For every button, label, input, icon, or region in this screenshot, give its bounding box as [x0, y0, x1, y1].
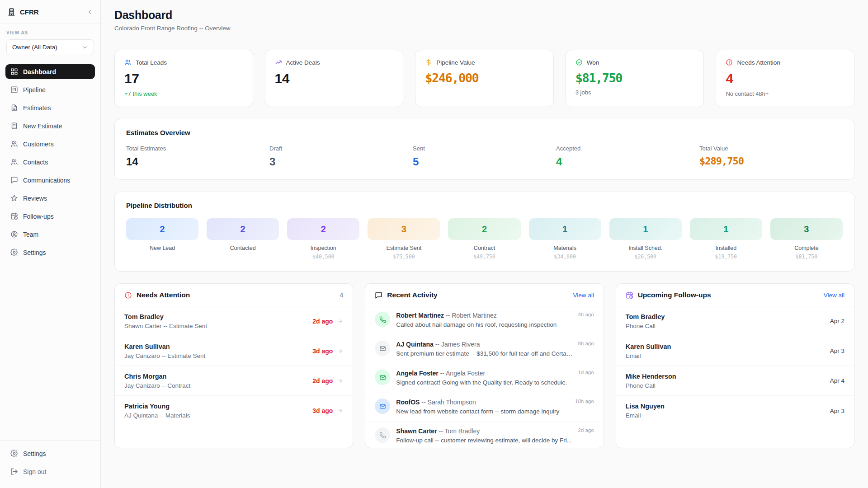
sidebar-item-label: Settings — [23, 249, 46, 256]
sidebar-item-pipeline[interactable]: Pipeline — [5, 82, 95, 97]
stats-row: Total Leads 17 +7 this week Active Deals… — [114, 50, 854, 107]
attention-row[interactable]: Tom Bradley Shawn Carter -- Estimate Sen… — [115, 306, 353, 336]
follow-up-row[interactable]: Tom Bradley Phone Call Apr 2 — [616, 306, 854, 336]
activity-row[interactable]: Robert Martinez -- Robert Martinez Calle… — [365, 306, 603, 335]
sidebar-item-contacts[interactable]: Contacts — [5, 155, 95, 169]
stage-name: Contract — [448, 245, 520, 251]
sidebar-item-reviews[interactable]: Reviews — [5, 191, 95, 206]
stage-value: $81,750 — [770, 253, 843, 260]
stat-sub: 3 jobs — [576, 89, 694, 96]
sidebar-item-label: Estimates — [23, 104, 51, 112]
arrow-right-icon — [337, 318, 343, 324]
stage-install-sched: 1 Install Sched. $26,500 — [609, 218, 682, 260]
metric-label: Draft — [269, 145, 413, 152]
attention-detail: Jay Canizaro -- Estimate Sent — [124, 352, 205, 359]
stage-name: Complete — [770, 245, 843, 251]
sign-out-icon — [10, 468, 18, 475]
follow-up-row[interactable]: Lisa Nguyen Email Apr 3 — [616, 396, 854, 426]
sidebar-header: CFRR — [0, 0, 100, 23]
follow-up-row[interactable]: Mike Henderson Phone Call Apr 4 — [616, 366, 854, 396]
phone-icon — [375, 427, 390, 443]
pipeline-distribution-panel: Pipeline Distribution 2 New Lead 2 Conta… — [114, 192, 854, 272]
attention-name: Karen Sullivan — [124, 343, 205, 350]
stat-label: Pipeline Value — [436, 59, 475, 66]
metric-value: 5 — [413, 155, 556, 168]
activity-name: AJ Quintana — [396, 341, 433, 348]
attention-time: 2d ago — [312, 377, 333, 385]
sidebar-footer-settings[interactable]: Settings — [5, 446, 95, 461]
stage-value: $40,500 — [287, 253, 359, 260]
sidebar-item-dashboard[interactable]: Dashboard — [5, 64, 95, 79]
stat-label: Won — [587, 59, 599, 66]
activity-row[interactable]: Angela Foster -- Angela Foster Signed co… — [365, 364, 603, 393]
attention-name: Tom Bradley — [124, 313, 207, 320]
activity-contact: -- Sarah Thompson — [420, 399, 476, 406]
needs-attention-count: 4 — [340, 291, 344, 299]
stage-name: Installed — [690, 245, 762, 251]
message-icon — [375, 291, 382, 299]
sidebar-item-label: Pipeline — [23, 86, 46, 94]
stage-count: 3 — [770, 218, 843, 240]
view-as-select[interactable]: Owner (All Data) — [6, 39, 94, 55]
activity-row[interactable]: Shawn Carter -- Tom Bradley Follow-up ca… — [365, 422, 603, 448]
metric-label: Total Estimates — [126, 145, 269, 152]
stat-label: Needs Attention — [737, 59, 780, 66]
attention-row[interactable]: Patricia Young AJ Quintana -- Materials … — [115, 396, 353, 426]
activity-name: RoofOS — [396, 399, 420, 406]
sidebar-item-label: New Estimate — [23, 122, 62, 130]
building-icon — [7, 8, 16, 16]
mail-icon — [375, 370, 390, 385]
attention-time: 2d ago — [312, 318, 333, 325]
sidebar-item-estimates[interactable]: Estimates — [5, 100, 95, 115]
users-icon — [10, 140, 18, 148]
sidebar-item-label: Dashboard — [23, 68, 56, 75]
activity-contact: -- Angela Foster — [439, 370, 486, 377]
stage-contract: 2 Contract $49,750 — [448, 218, 520, 260]
phone-icon — [375, 312, 390, 327]
recent-activity-view-all-link[interactable]: View all — [573, 292, 594, 299]
activity-row[interactable]: RoofOS -- Sarah Thompson New lead from w… — [365, 393, 603, 422]
activity-description: Called about hail damage on his roof, re… — [396, 321, 572, 328]
metric-value: 4 — [556, 155, 699, 168]
sidebar-item-team[interactable]: Team — [5, 227, 95, 242]
activity-description: Follow-up call -- customer reviewing est… — [396, 437, 572, 444]
activity-time: 1d ago — [578, 370, 594, 387]
view-as-label: VIEW AS — [6, 30, 94, 35]
stage-name: Estimate Sent — [368, 245, 440, 251]
activity-row[interactable]: AJ Quintana -- James Rivera Sent premium… — [365, 335, 603, 364]
view-as-section: VIEW AS Owner (All Data) — [0, 23, 100, 57]
arrow-right-icon — [337, 348, 343, 354]
stat-card-pipeline-value: Pipeline Value $246,000 — [415, 50, 554, 107]
pipeline-stages: 2 New Lead 2 Contacted 2 Inspection $40,… — [126, 218, 843, 260]
stage-complete: 3 Complete $81,750 — [770, 218, 843, 260]
needs-attention-header: Needs Attention 4 — [115, 284, 353, 306]
sidebar-item-new-estimate[interactable]: New Estimate — [5, 118, 95, 133]
metric-sent: Sent 5 — [413, 145, 556, 168]
metric-draft: Draft 3 — [269, 145, 413, 168]
sidebar-item-follow-ups[interactable]: Follow-ups — [5, 209, 95, 224]
activity-description: Sent premium tier estimate -- $31,500 fo… — [396, 350, 572, 357]
panel-title: Pipeline Distribution — [126, 202, 843, 209]
follow-up-row[interactable]: Karen Sullivan Email Apr 3 — [616, 336, 854, 366]
sidebar-item-settings[interactable]: Settings — [5, 245, 95, 260]
attention-row[interactable]: Chris Morgan Jay Canizaro -- Contract 2d… — [115, 366, 353, 396]
sidebar-item-customers[interactable]: Customers — [5, 136, 95, 151]
sidebar-footer-sign-out[interactable]: Sign out — [5, 464, 95, 479]
follow-ups-view-all-link[interactable]: View all — [824, 292, 844, 299]
dollar-icon — [425, 59, 432, 66]
attention-detail: Jay Canizaro -- Contract — [124, 382, 190, 389]
app-name: CFRR — [20, 8, 39, 16]
stage-count: 2 — [207, 218, 279, 240]
attention-time: 3d ago — [312, 347, 333, 355]
arrow-right-icon — [337, 378, 343, 384]
stage-count: 2 — [126, 218, 198, 240]
page-header: Dashboard Colorado Front Range Roofing -… — [101, 0, 868, 39]
follow-up-date: Apr 2 — [830, 318, 844, 324]
sidebar-item-communications[interactable]: Communications — [5, 173, 95, 188]
sidebar-item-label: Reviews — [23, 195, 47, 202]
attention-row[interactable]: Karen Sullivan Jay Canizaro -- Estimate … — [115, 336, 353, 366]
stat-sub: No contact 48h+ — [726, 90, 844, 97]
kanban-icon — [10, 86, 18, 94]
collapse-sidebar-button[interactable] — [86, 9, 93, 15]
stat-value: 4 — [726, 71, 844, 86]
